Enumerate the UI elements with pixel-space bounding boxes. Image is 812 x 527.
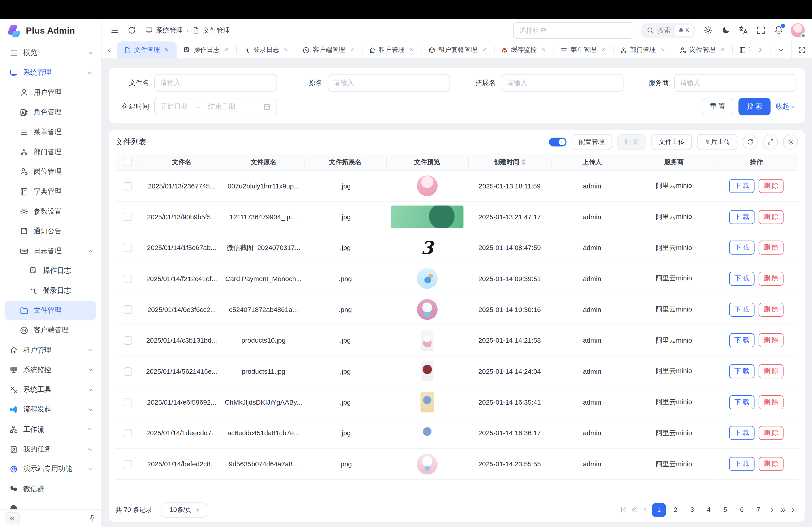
download-button[interactable]: 下 载 xyxy=(729,426,754,440)
filter-input-原名[interactable]: 请输入 xyxy=(328,74,450,91)
sort-icon[interactable] xyxy=(521,159,525,165)
tab-close-icon[interactable] xyxy=(720,47,725,53)
file-preview-image[interactable] xyxy=(417,176,438,196)
file-preview-image[interactable] xyxy=(421,361,433,381)
delete-button[interactable]: 删 除 xyxy=(758,364,784,378)
tab-操作日志[interactable]: 操作日志 xyxy=(177,42,236,59)
file-preview-image[interactable] xyxy=(420,392,434,412)
table-refresh-button[interactable] xyxy=(742,134,758,149)
tab-close-icon[interactable] xyxy=(283,47,289,53)
last-page-button[interactable] xyxy=(790,506,798,514)
sidebar-item-用户管理[interactable]: 用户管理 xyxy=(0,82,101,102)
delete-button[interactable]: 删 除 xyxy=(758,457,784,471)
tab-close-icon[interactable] xyxy=(481,47,487,53)
collapse-filters-link[interactable]: 收起 xyxy=(776,102,796,111)
sidebar-item-登录日志[interactable]: 登录日志 xyxy=(0,281,101,301)
toolbar-button-图片上传[interactable]: 图片上传 xyxy=(697,134,737,150)
row-checkbox[interactable] xyxy=(124,367,132,376)
tab-字典管理[interactable]: 字典管理 xyxy=(732,42,750,59)
tab-缓存监控[interactable]: 缓存监控 xyxy=(494,42,553,59)
filter-input-文件名[interactable]: 请输入 xyxy=(154,74,277,91)
sidebar-item-部门管理[interactable]: 部门管理 xyxy=(0,142,101,162)
page-number-1[interactable]: 1 xyxy=(652,503,666,517)
delete-button[interactable]: 删 除 xyxy=(758,179,784,193)
file-preview-image[interactable] xyxy=(417,453,438,474)
sidebar-item-角色管理[interactable]: 角色管理 xyxy=(0,102,101,122)
row-checkbox[interactable] xyxy=(124,336,132,345)
logo[interactable]: Plus Admin xyxy=(0,19,101,43)
toolbar-button-删除[interactable]: 删 除 xyxy=(617,134,647,150)
global-search[interactable]: 搜索⌘ K xyxy=(640,22,695,38)
download-button[interactable]: 下 载 xyxy=(729,302,754,316)
tabs-scroll-left-button[interactable] xyxy=(102,42,117,59)
page-number-2[interactable]: 2 xyxy=(669,503,683,517)
toolbar-button-文件上传[interactable]: 文件上传 xyxy=(651,134,692,150)
sidebar-item-菜单管理[interactable]: 菜单管理 xyxy=(0,122,101,142)
download-button[interactable]: 下 载 xyxy=(729,179,754,193)
sidebar-toggle-button[interactable] xyxy=(109,25,120,36)
moon-button[interactable] xyxy=(721,25,731,35)
file-preview-glyph[interactable]: 3 xyxy=(412,237,443,259)
row-checkbox[interactable] xyxy=(124,182,132,190)
sidebar-item-字典管理[interactable]: 字典管理 xyxy=(0,182,101,201)
tab-岗位管理[interactable]: 岗位管理 xyxy=(672,42,732,59)
download-button[interactable]: 下 载 xyxy=(729,272,754,286)
tab-close-icon[interactable] xyxy=(349,47,355,53)
page-number-3[interactable]: 3 xyxy=(685,503,699,517)
sidebar-item-微信群[interactable]: 微信群 xyxy=(0,479,101,499)
page-number-6[interactable]: 6 xyxy=(735,503,749,517)
avatar[interactable] xyxy=(791,23,805,37)
row-checkbox[interactable] xyxy=(124,460,132,468)
back-five-pages-button[interactable] xyxy=(630,506,639,514)
file-preview-image[interactable] xyxy=(421,330,433,351)
bell-button[interactable] xyxy=(773,25,784,35)
sidebar-item-参数设置[interactable]: 参数设置 xyxy=(0,201,101,221)
page-number-5[interactable]: 5 xyxy=(718,503,732,517)
pin-icon[interactable] xyxy=(88,514,96,523)
filter-input-服务商[interactable]: 请输入 xyxy=(674,74,796,91)
sidebar-item-操作日志[interactable]: 操作日志 xyxy=(0,261,101,281)
tab-租户套餐管理[interactable]: 租户套餐管理 xyxy=(421,42,494,59)
tabs-dropdown-button[interactable] xyxy=(770,42,791,59)
sidebar-item-我的任务[interactable]: 我的任务 xyxy=(0,439,101,459)
delete-button[interactable]: 删 除 xyxy=(758,426,784,440)
file-preview-image[interactable] xyxy=(391,206,463,228)
prev-page-button[interactable] xyxy=(641,506,649,514)
tab-登录日志[interactable]: 登录日志 xyxy=(236,42,296,59)
download-button[interactable]: 下 载 xyxy=(729,241,754,255)
filter-input-拓展名[interactable]: 请输入 xyxy=(501,74,623,91)
search-button[interactable]: 搜 索 xyxy=(739,98,770,116)
tab-close-icon[interactable] xyxy=(600,47,606,53)
tab-close-icon[interactable] xyxy=(409,47,415,53)
tab-部门管理[interactable]: 部门管理 xyxy=(613,42,672,59)
download-button[interactable]: 下 载 xyxy=(729,333,754,347)
delete-button[interactable]: 删 除 xyxy=(758,272,784,286)
tab-菜单管理[interactable]: 菜单管理 xyxy=(553,42,613,59)
delete-button[interactable]: 删 除 xyxy=(758,333,784,347)
next-page-button[interactable] xyxy=(768,506,777,514)
breadcrumb-item[interactable]: 文件管理 xyxy=(192,26,230,35)
file-preview-image[interactable] xyxy=(420,423,434,443)
delete-button[interactable]: 删 除 xyxy=(758,395,784,409)
tab-租户管理[interactable]: 租户管理 xyxy=(362,42,421,59)
sidebar-item-系统管理[interactable]: 系统管理 xyxy=(0,63,101,82)
sidebar-collapse-button[interactable] xyxy=(5,513,20,525)
row-checkbox[interactable] xyxy=(124,274,132,283)
sidebar-item-演示站专用功能[interactable]: 演示站专用功能 xyxy=(0,459,101,479)
row-checkbox[interactable] xyxy=(124,305,132,314)
row-checkbox[interactable] xyxy=(124,213,132,221)
download-button[interactable]: 下 载 xyxy=(729,364,754,378)
sidebar-item-租户管理[interactable]: 租户管理 xyxy=(0,340,101,360)
page-refresh-button[interactable] xyxy=(126,25,137,36)
select-all-checkbox[interactable] xyxy=(124,158,132,166)
toolbar-button-配置管理[interactable]: 配置管理 xyxy=(571,134,612,150)
tab-客户端管理[interactable]: 客户端管理 xyxy=(296,42,362,59)
file-preview-image[interactable] xyxy=(417,299,438,320)
delete-button[interactable]: 删 除 xyxy=(758,210,784,224)
tab-close-icon[interactable] xyxy=(224,47,229,53)
download-button[interactable]: 下 载 xyxy=(729,210,754,224)
sidebar-item-流程发起[interactable]: 流程发起 xyxy=(0,400,101,420)
forward-five-pages-button[interactable] xyxy=(779,506,787,514)
sidebar-item-工作流[interactable]: 工作流 xyxy=(0,420,101,439)
tenant-select[interactable]: 选择租户 xyxy=(513,22,633,39)
